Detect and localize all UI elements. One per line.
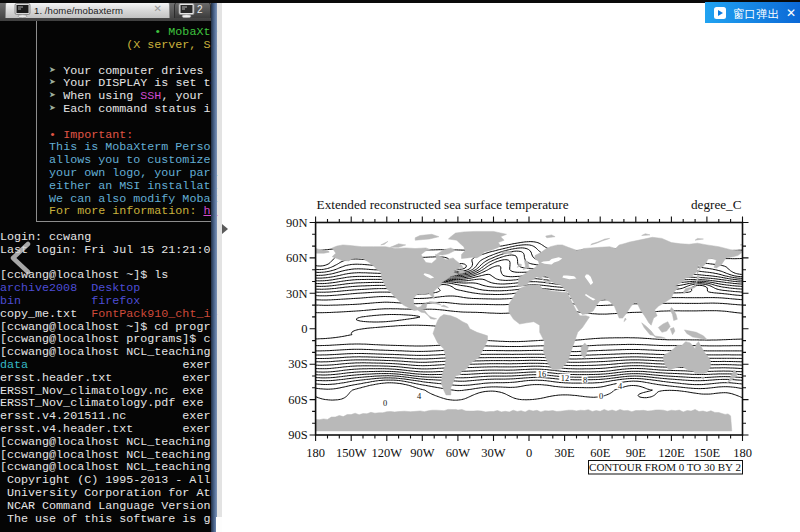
svg-text:CONTOUR FROM 0 TO 30 BY 2: CONTOUR FROM 0 TO 30 BY 2 <box>589 461 741 473</box>
svg-text:90S: 90S <box>288 428 308 442</box>
svg-text:0: 0 <box>301 322 307 336</box>
svg-text:180: 180 <box>306 446 325 460</box>
svg-text:60E: 60E <box>590 446 611 460</box>
svg-text:12: 12 <box>561 374 569 383</box>
svg-text:60S: 60S <box>288 393 308 407</box>
svg-text:8: 8 <box>583 376 587 385</box>
svg-text:60W: 60W <box>446 446 471 460</box>
svg-text:0: 0 <box>526 446 532 460</box>
svg-text:16: 16 <box>538 370 546 379</box>
svg-text:30W: 30W <box>481 446 506 460</box>
svg-text:Extended reconstructed sea sur: Extended reconstructed sea surface tempe… <box>317 197 569 212</box>
svg-text:30N: 30N <box>286 287 308 301</box>
svg-text:30S: 30S <box>288 357 308 371</box>
svg-text:90N: 90N <box>286 216 308 230</box>
svg-text:90E: 90E <box>626 446 647 460</box>
svg-text:90W: 90W <box>410 446 435 460</box>
svg-text:120W: 120W <box>372 446 403 460</box>
svg-text:60N: 60N <box>286 251 308 265</box>
svg-text:150W: 150W <box>336 446 367 460</box>
svg-text:0: 0 <box>599 392 603 401</box>
svg-text:180: 180 <box>733 446 752 460</box>
svg-text:120E: 120E <box>658 446 685 460</box>
svg-text:150E: 150E <box>694 446 721 460</box>
svg-text:30E: 30E <box>555 446 576 460</box>
svg-text:0: 0 <box>383 399 387 408</box>
svg-text:degree_C: degree_C <box>691 197 742 212</box>
